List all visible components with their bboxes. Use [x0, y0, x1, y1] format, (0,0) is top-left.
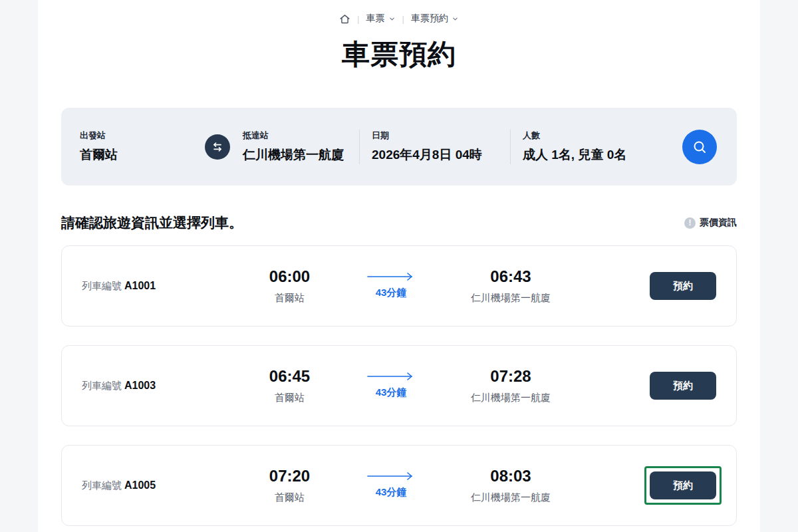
fare-info-link[interactable]: ! 票價資訊	[684, 217, 737, 229]
duration-info: 43分鐘	[344, 372, 438, 399]
trip-duration: 43分鐘	[376, 386, 407, 399]
train-number-value: A1001	[124, 280, 156, 291]
reserve-button-wrap: 預約	[650, 272, 716, 300]
chevron-down-icon	[388, 15, 396, 23]
arrival-info: 08:03 仁川機場第一航廈	[438, 467, 584, 504]
breadcrumb-item-ticket[interactable]: 車票	[366, 13, 396, 25]
right-arrow-icon	[367, 273, 415, 281]
info-icon: !	[684, 217, 696, 229]
reserve-button[interactable]: 預約	[650, 372, 716, 400]
departure-station-value: 首爾站	[80, 146, 205, 164]
search-panel: 出發站 首爾站 抵達站 仁川機場第一航廈 日期 2026年4月8日 04時 人數…	[61, 108, 737, 186]
departure-station: 首爾站	[275, 292, 305, 305]
arrival-station: 仁川機場第一航廈	[471, 491, 551, 504]
breadcrumb: | 車票 | 車票預約	[61, 11, 737, 27]
reserve-button[interactable]: 預約	[650, 471, 716, 499]
passengers-value: 成人 1名, 兒童 0名	[523, 146, 682, 164]
arrival-time: 07:28	[490, 367, 531, 386]
arrival-station-field[interactable]: 抵達站 仁川機場第一航廈	[243, 130, 359, 164]
home-icon	[339, 13, 350, 25]
reserve-button-wrap-highlighted: 預約	[644, 466, 722, 505]
train-number-label: 列車編號	[82, 380, 122, 391]
right-arrow-icon	[367, 372, 415, 380]
arrival-time: 08:03	[490, 467, 531, 485]
fare-info-label: 票價資訊	[700, 217, 737, 229]
duration-info: 43分鐘	[344, 472, 438, 499]
arrival-station: 仁川機場第一航廈	[471, 292, 551, 305]
train-number-value: A1005	[124, 479, 156, 491]
duration-info: 43分鐘	[344, 273, 438, 299]
train-row: 列車編號A1001 06:00 首爾站 43分鐘 06:43 仁川機場第一航廈 …	[61, 245, 737, 327]
date-label: 日期	[372, 130, 510, 142]
breadcrumb-item-label: 車票	[366, 13, 385, 25]
right-arrow-icon	[367, 472, 415, 480]
departure-info: 07:20 首爾站	[235, 467, 344, 504]
departure-station: 首爾站	[275, 392, 305, 404]
section-header: 請確認旅遊資訊並選擇列車。 ! 票價資訊	[61, 213, 737, 232]
breadcrumb-separator: |	[402, 14, 404, 24]
trip-duration: 43分鐘	[376, 486, 407, 499]
reserve-button-wrap: 預約	[650, 372, 716, 400]
departure-info: 06:45 首爾站	[235, 367, 344, 404]
breadcrumb-item-label: 車票預約	[411, 13, 448, 25]
arrival-info: 06:43 仁川機場第一航廈	[438, 267, 584, 305]
passengers-label: 人數	[523, 130, 682, 142]
train-row: 列車編號A1003 06:45 首爾站 43分鐘 07:28 仁川機場第一航廈 …	[61, 345, 737, 426]
train-number: 列車編號A1003	[82, 380, 235, 392]
date-value: 2026年4月8日 04時	[372, 146, 510, 164]
arrival-station-label: 抵達站	[243, 130, 359, 142]
departure-time: 07:20	[269, 467, 310, 485]
instruction-text: 請確認旅遊資訊並選擇列車。	[61, 213, 243, 232]
departure-station: 首爾站	[275, 491, 305, 504]
chevron-down-icon	[452, 15, 459, 23]
reserve-button[interactable]: 預約	[650, 272, 716, 300]
page-title: 車票預約	[61, 36, 737, 73]
date-field[interactable]: 日期 2026年4月8日 04時	[360, 130, 510, 164]
departure-station-field[interactable]: 出發站 首爾站	[80, 130, 205, 164]
breadcrumb-home[interactable]	[339, 13, 350, 25]
departure-time: 06:45	[269, 367, 310, 386]
arrival-info: 07:28 仁川機場第一航廈	[438, 367, 584, 404]
train-list: 列車編號A1001 06:00 首爾站 43分鐘 06:43 仁川機場第一航廈 …	[61, 245, 737, 526]
passengers-field[interactable]: 人數 成人 1名, 兒童 0名	[511, 130, 682, 164]
train-number-label: 列車編號	[82, 280, 122, 291]
swap-arrows-icon	[211, 140, 224, 154]
swap-stations-button[interactable]	[205, 134, 230, 160]
departure-time: 06:00	[269, 267, 310, 286]
train-row: 列車編號A1005 07:20 首爾站 43分鐘 08:03 仁川機場第一航廈 …	[61, 445, 737, 526]
train-number-label: 列車編號	[82, 479, 122, 491]
page-container: | 車票 | 車票預約 車票預約 出發站 首爾站 抵達站 仁川機場第一航廈 日期…	[38, 0, 760, 532]
search-button[interactable]	[682, 130, 717, 164]
departure-station-label: 出發站	[80, 130, 205, 142]
train-number: 列車編號A1005	[82, 479, 235, 492]
breadcrumb-separator: |	[357, 14, 359, 24]
arrival-time: 06:43	[490, 267, 531, 286]
trip-duration: 43分鐘	[376, 287, 407, 299]
train-number-value: A1003	[124, 380, 156, 391]
arrival-station-value: 仁川機場第一航廈	[243, 146, 359, 164]
breadcrumb-item-reservation[interactable]: 車票預約	[411, 13, 459, 25]
train-number: 列車編號A1001	[82, 280, 235, 293]
magnifier-icon	[692, 139, 708, 155]
departure-info: 06:00 首爾站	[235, 267, 344, 305]
arrival-station: 仁川機場第一航廈	[471, 392, 551, 404]
